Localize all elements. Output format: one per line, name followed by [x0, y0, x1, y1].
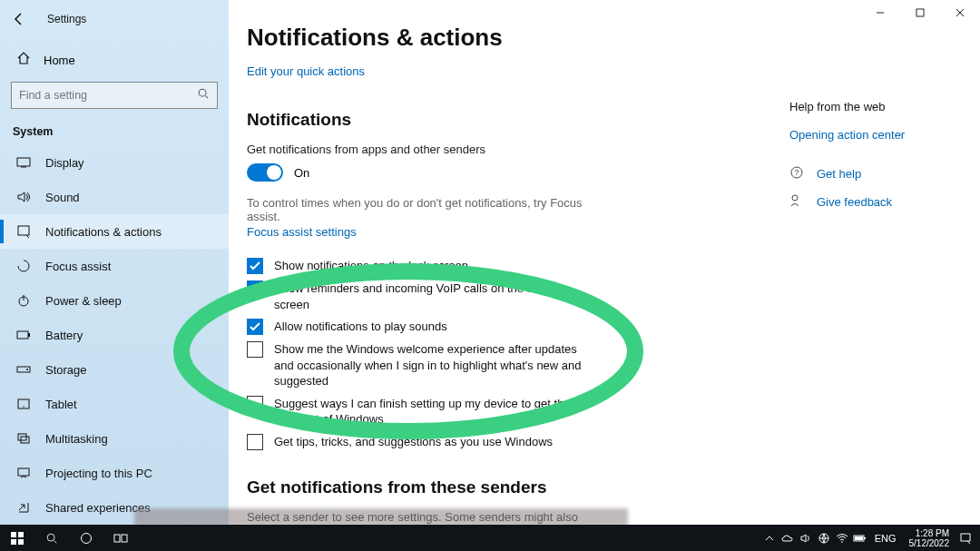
sidebar-item-projecting[interactable]: Projecting to this PC [0, 456, 229, 490]
sidebar-item-power[interactable]: Power & sleep [0, 283, 229, 318]
svg-rect-16 [916, 9, 924, 16]
home-nav[interactable]: Home [0, 47, 229, 73]
battery-icon [16, 328, 31, 342]
sidebar-item-label: Tablet [45, 398, 77, 411]
svg-rect-12 [18, 468, 29, 476]
give-feedback-link[interactable]: Give feedback [789, 193, 964, 211]
svg-rect-19 [18, 532, 24, 537]
svg-rect-4 [17, 331, 28, 339]
sidebar-item-sound[interactable]: Sound [0, 180, 229, 214]
svg-rect-24 [114, 535, 120, 542]
sidebar-nav: Display Sound Notifications & actions Fo… [0, 145, 229, 525]
content: Notifications & actions Edit your quick … [229, 0, 789, 525]
notifications-toggle[interactable] [247, 163, 283, 182]
help-link-action-center[interactable]: Opening action center [789, 128, 964, 142]
svg-rect-31 [961, 534, 970, 541]
tray-chevron-icon[interactable] [760, 525, 779, 551]
tray-action-center-icon[interactable] [956, 525, 975, 551]
svg-rect-25 [122, 535, 127, 542]
search-input[interactable] [19, 89, 197, 102]
sidebar-item-focusassist[interactable]: Focus assist [0, 249, 229, 283]
feedback-label: Give feedback [817, 195, 892, 209]
sidebar-item-tablet[interactable]: Tablet [0, 387, 229, 421]
checkbox-row[interactable]: Suggest ways I can finish setting up my … [247, 396, 583, 428]
window-controls [860, 0, 980, 25]
checkbox-row[interactable]: Allow notifications to play sounds [247, 319, 583, 335]
display-icon [16, 155, 31, 170]
projecting-icon [16, 466, 31, 480]
close-button[interactable] [940, 0, 980, 25]
cortana-button[interactable] [69, 525, 103, 551]
help-column: Help from the web Opening action center … [789, 0, 980, 525]
search-icon [197, 87, 210, 103]
checkbox-row[interactable]: Show reminders and incoming VoIP calls o… [247, 280, 583, 312]
checkbox[interactable] [247, 280, 263, 297]
svg-rect-20 [11, 539, 16, 545]
sidebar-item-label: Storage [45, 363, 87, 377]
checkbox-row[interactable]: Get tips, tricks, and suggestions as you… [247, 434, 583, 450]
tray-clock[interactable]: 1:28 PM 5/12/2022 [902, 528, 957, 548]
sound-icon [16, 190, 31, 204]
search-box[interactable] [11, 82, 218, 109]
get-help-link[interactable]: ? Get help [789, 165, 964, 182]
tray-language[interactable]: ENG [869, 533, 902, 544]
sidebar-item-label: Notifications & actions [45, 225, 162, 239]
back-button[interactable] [7, 7, 31, 31]
checkbox[interactable] [247, 396, 263, 412]
svg-rect-18 [11, 532, 16, 537]
svg-point-15 [792, 195, 798, 201]
checkbox[interactable] [247, 319, 263, 335]
svg-rect-29 [864, 537, 866, 539]
checkbox[interactable] [247, 341, 263, 358]
sidebar-section-system: System [0, 109, 229, 145]
sidebar-item-label: Sound [45, 191, 80, 204]
home-icon [16, 51, 31, 69]
tray-date: 5/12/2022 [909, 538, 950, 548]
focus-icon [16, 259, 31, 273]
help-icon: ? [789, 165, 804, 182]
blurred-region [134, 508, 628, 526]
svg-point-23 [82, 533, 92, 543]
section-notifications: Notifications [247, 110, 789, 130]
tray-onedrive-icon[interactable] [779, 525, 797, 551]
notifications-desc: Get notifications from apps and other se… [247, 143, 789, 156]
start-button[interactable] [0, 525, 34, 551]
svg-point-9 [23, 406, 24, 407]
checkbox[interactable] [247, 434, 263, 450]
svg-rect-5 [28, 333, 30, 337]
focus-assist-settings-link[interactable]: Focus assist settings [247, 225, 357, 239]
checkbox-label: Show reminders and incoming VoIP calls o… [274, 280, 583, 312]
svg-text:?: ? [794, 168, 799, 177]
section-senders: Get notifications from these senders [247, 477, 789, 497]
checkbox[interactable] [247, 258, 263, 274]
get-help-label: Get help [817, 167, 861, 181]
task-view-button[interactable] [103, 525, 138, 551]
checkbox-row[interactable]: Show me the Windows welcome experience a… [247, 341, 583, 389]
feedback-icon [789, 193, 804, 211]
svg-rect-2 [18, 226, 29, 235]
tablet-icon [16, 397, 31, 411]
checkbox-label: Allow notifications to play sounds [274, 319, 447, 335]
maximize-button[interactable] [900, 0, 940, 25]
shared-icon [16, 500, 31, 515]
sidebar-item-storage[interactable]: Storage [0, 352, 229, 387]
sidebar: Settings Home System Display S [0, 0, 229, 525]
tray-globe-icon[interactable] [815, 525, 833, 551]
multitasking-icon [16, 431, 31, 446]
sidebar-item-label: Power & sleep [45, 294, 122, 308]
tray-battery-icon[interactable] [851, 525, 869, 551]
sidebar-item-multitasking[interactable]: Multitasking [0, 421, 229, 456]
notifications-icon [16, 224, 31, 239]
sidebar-item-battery[interactable]: Battery [0, 318, 229, 352]
help-heading: Help from the web [789, 100, 964, 113]
checkbox-label: Get tips, tricks, and suggestions as you… [274, 434, 553, 450]
tray-wifi-icon[interactable] [833, 525, 851, 551]
main-area: Notifications & actions Edit your quick … [229, 0, 980, 525]
sidebar-item-notifications[interactable]: Notifications & actions [0, 214, 229, 249]
checkbox-row[interactable]: Show notifications on the lock screen [247, 258, 583, 274]
sidebar-item-display[interactable]: Display [0, 145, 229, 180]
minimize-button[interactable] [860, 0, 900, 25]
edit-quick-actions-link[interactable]: Edit your quick actions [247, 64, 365, 78]
taskbar-search-button[interactable] [34, 525, 69, 551]
tray-volume-icon[interactable] [797, 525, 815, 551]
